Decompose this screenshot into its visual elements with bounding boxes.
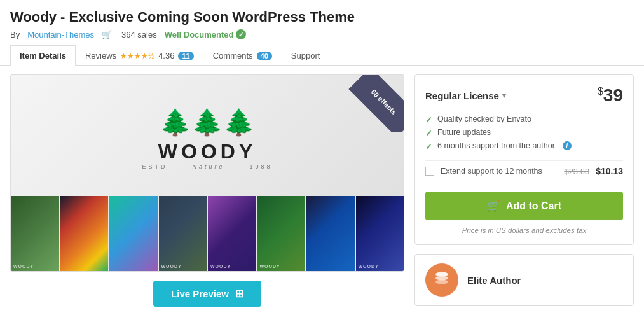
price-value: 39 bbox=[603, 85, 623, 105]
tab-item-details[interactable]: Item Details bbox=[10, 45, 76, 66]
thumb-2 bbox=[60, 196, 109, 271]
preview-image-container: 🌲🌲🌲 WOODY ESTD —— Nature —— 1988 60 effe… bbox=[10, 74, 404, 272]
price-dollar: $ bbox=[598, 86, 603, 97]
features-list: ✓ Quality checked by Envato ✓ Future upd… bbox=[425, 115, 623, 151]
well-documented-badge: Well Documented ✓ bbox=[165, 29, 247, 39]
preview-btn-row: Live Preview ⊞ bbox=[10, 281, 404, 307]
thumb-4: WOODY bbox=[159, 196, 207, 271]
main-content: 🌲🌲🌲 WOODY ESTD —— Nature —— 1988 60 effe… bbox=[0, 66, 644, 316]
rating-number: 4.36 bbox=[158, 51, 174, 60]
tab-support[interactable]: Support bbox=[282, 45, 330, 66]
meta-row: By Mountain-Themes 🛒 364 sales Well Docu… bbox=[10, 29, 634, 39]
thumb-3 bbox=[109, 196, 158, 271]
comments-badge: 40 bbox=[257, 52, 272, 60]
cart-btn-icon: 🛒 bbox=[487, 200, 500, 212]
check-circle-icon: ✓ bbox=[236, 29, 246, 39]
corner-ribbon: 60 effects bbox=[348, 75, 404, 132]
check-icon-2: ✓ bbox=[425, 129, 432, 138]
tax-note: Price is in US dollars and excludes tax bbox=[425, 227, 623, 234]
purchase-box: Regular License ▾ $39 ✓ Quality checked … bbox=[414, 74, 634, 245]
preview-area: 🌲🌲🌲 WOODY ESTD —— Nature —— 1988 60 effe… bbox=[10, 74, 404, 307]
info-icon[interactable]: i bbox=[563, 141, 572, 150]
price-display: $39 bbox=[598, 85, 623, 106]
right-panel: Regular License ▾ $39 ✓ Quality checked … bbox=[414, 74, 634, 307]
author-avatar bbox=[425, 263, 458, 297]
reviews-badge: 11 bbox=[178, 52, 193, 60]
svg-point-0 bbox=[435, 272, 448, 277]
check-icon-1: ✓ bbox=[425, 115, 432, 125]
feature-updates: ✓ Future updates bbox=[425, 128, 623, 138]
extend-text: Extend support to 12 months bbox=[441, 167, 558, 176]
license-label: Regular License ▾ bbox=[425, 90, 506, 101]
svg-point-2 bbox=[435, 280, 448, 284]
thumb-6: WOODY bbox=[257, 196, 306, 271]
extend-support-checkbox[interactable] bbox=[425, 167, 434, 176]
thumb-1: WOODY bbox=[11, 196, 59, 271]
stars-icon: ★★★★½ bbox=[120, 52, 154, 60]
live-preview-label: Live Preview bbox=[171, 288, 229, 299]
page-title: Woody - Exclusive Coming Soon WordPress … bbox=[10, 9, 634, 25]
ribbon-wrapper: 60 effects bbox=[346, 75, 404, 132]
estd-line: ESTD —— Nature —— 1988 bbox=[142, 164, 272, 170]
by-label: By bbox=[10, 30, 20, 39]
hero-image: 🌲🌲🌲 WOODY ESTD —— Nature —— 1988 bbox=[11, 75, 404, 202]
sales-count: 364 sales bbox=[121, 30, 157, 39]
feature-support: ✓ 6 months support from the author i bbox=[425, 141, 623, 151]
elite-author-label: Elite Author bbox=[467, 275, 521, 286]
live-preview-button[interactable]: Live Preview ⊞ bbox=[153, 281, 261, 307]
license-row: Regular License ▾ $39 bbox=[425, 85, 623, 106]
extend-price-old: $23.63 bbox=[564, 167, 589, 176]
tree-icon: 🌲🌲🌲 bbox=[160, 108, 255, 137]
license-dropdown-icon[interactable]: ▾ bbox=[502, 92, 506, 100]
add-to-cart-button[interactable]: 🛒 Add to Cart bbox=[425, 192, 623, 220]
tabs-bar: Item Details Reviews ★★★★½ 4.36 11 Comme… bbox=[0, 45, 644, 66]
brand-name: WOODY bbox=[158, 140, 256, 164]
page-header: Woody - Exclusive Coming Soon WordPress … bbox=[0, 0, 644, 45]
thumb-8: WOODY bbox=[356, 196, 404, 271]
tab-reviews[interactable]: Reviews ★★★★½ 4.36 11 bbox=[76, 45, 203, 66]
cart-icon: 🛒 bbox=[102, 30, 112, 39]
check-icon-3: ✓ bbox=[425, 142, 432, 151]
author-avatar-icon bbox=[433, 269, 451, 291]
extend-row: Extend support to 12 months $23.63 $10.1… bbox=[425, 160, 623, 181]
feature-quality: ✓ Quality checked by Envato bbox=[425, 115, 623, 125]
thumb-grid: WOODY WOODY WOODY WOODY WOODY bbox=[11, 196, 404, 271]
monitor-icon: ⊞ bbox=[235, 288, 243, 300]
thumb-5: WOODY bbox=[208, 196, 256, 271]
author-link[interactable]: Mountain-Themes bbox=[27, 30, 94, 39]
extend-price-new: $10.13 bbox=[596, 166, 623, 176]
tab-comments[interactable]: Comments 40 bbox=[203, 45, 282, 66]
author-box: Elite Author bbox=[414, 254, 634, 306]
collage: 🌲🌲🌲 WOODY ESTD —— Nature —— 1988 60 effe… bbox=[11, 75, 404, 271]
thumb-7 bbox=[306, 196, 355, 271]
svg-point-1 bbox=[435, 276, 448, 281]
add-to-cart-label: Add to Cart bbox=[506, 200, 561, 212]
